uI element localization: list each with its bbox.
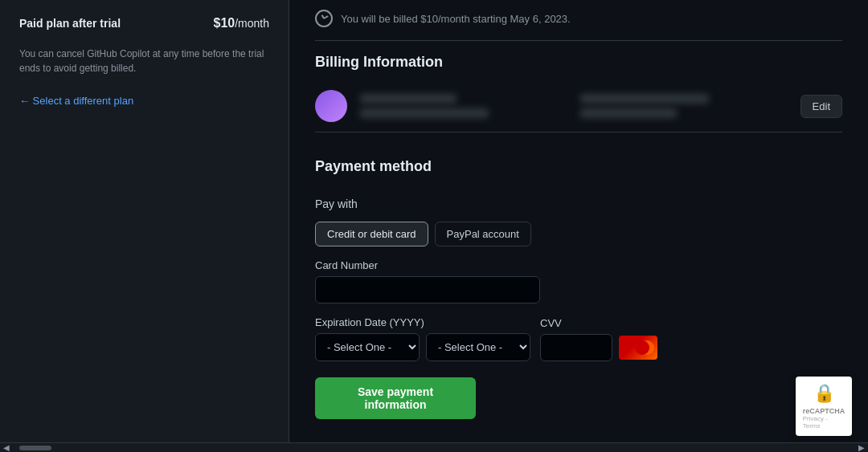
plan-price: $10/month — [213, 16, 269, 31]
card-number-label: Card Number — [315, 259, 842, 271]
plan-label: Paid plan after trial — [19, 17, 121, 30]
billing-notice-text: You will be billed $10/month starting Ma… — [341, 13, 571, 25]
plan-description: You can cancel GitHub Copilot at any tim… — [19, 47, 269, 75]
recaptcha-brand: reCAPTCHA — [803, 407, 845, 415]
payment-method-title: Payment method — [315, 158, 842, 175]
blurred-email-line-2 — [580, 108, 677, 118]
credit-debit-button[interactable]: Credit or debit card — [315, 222, 428, 246]
cvv-card-icon — [619, 336, 657, 360]
expiry-year-select[interactable]: - Select One - 2023202420252026 20272028… — [426, 333, 530, 361]
cvv-input[interactable] — [540, 334, 612, 361]
scrollbar-thumb[interactable] — [19, 446, 51, 450]
scroll-right-arrow[interactable]: ▶ — [855, 442, 868, 452]
pay-with-group: Pay with Credit or debit card PayPal acc… — [315, 197, 842, 246]
card-number-input[interactable] — [315, 276, 540, 303]
billing-notice: You will be billed $10/month starting Ma… — [315, 0, 842, 41]
pay-with-buttons: Credit or debit card PayPal account — [315, 222, 842, 246]
avatar — [315, 90, 347, 122]
scroll-left-arrow[interactable]: ◀ — [0, 443, 13, 453]
pay-with-label: Pay with — [315, 197, 842, 210]
blurred-name-line-1 — [360, 94, 457, 104]
bottom-scrollbar[interactable]: ◀ ▶ — [0, 442, 868, 452]
save-payment-button[interactable]: Save payment information — [315, 377, 476, 419]
billing-info-row: Edit — [315, 80, 842, 132]
clock-icon — [315, 10, 333, 27]
plan-period: /month — [235, 17, 269, 30]
blurred-name-info — [360, 94, 567, 118]
plan-amount: $10 — [213, 16, 235, 30]
expiration-label: Expiration Date (YYYY) — [315, 316, 530, 328]
select-different-plan-link[interactable]: ← Select a different plan — [19, 95, 269, 107]
cvv-row-inner — [540, 334, 657, 361]
clock-hand-minute — [324, 15, 329, 19]
cvv-group: CVV — [540, 317, 657, 361]
billing-info-title: Billing Information — [315, 54, 842, 71]
blurred-email-info — [580, 94, 788, 118]
left-panel: Paid plan after trial $10/month You can … — [0, 0, 289, 452]
edit-button[interactable]: Edit — [800, 95, 842, 118]
recaptcha-links: Privacy - Terms — [803, 415, 845, 430]
card-number-group: Card Number — [315, 259, 842, 303]
paypal-button[interactable]: PayPal account — [435, 222, 531, 246]
right-panel: You will be billed $10/month starting Ma… — [289, 0, 868, 452]
expiry-group: Expiration Date (YYYY) - Select One - 01… — [315, 316, 530, 361]
expiry-cvv-row: Expiration Date (YYYY) - Select One - 01… — [315, 316, 842, 361]
cvv-label: CVV — [540, 317, 657, 329]
recaptcha-logo: 🔒 — [813, 383, 835, 404]
blurred-name-line-2 — [360, 108, 489, 118]
expiry-month-select[interactable]: - Select One - 01020304 05060708 0910111… — [315, 333, 420, 361]
recaptcha-badge: 🔒 reCAPTCHA Privacy - Terms — [796, 377, 852, 436]
blurred-email-line-1 — [580, 94, 709, 104]
expiry-selects: - Select One - 01020304 05060708 0910111… — [315, 333, 530, 361]
plan-row: Paid plan after trial $10/month — [19, 16, 269, 31]
payment-method-section: Payment method Pay with Credit or debit … — [315, 145, 842, 419]
